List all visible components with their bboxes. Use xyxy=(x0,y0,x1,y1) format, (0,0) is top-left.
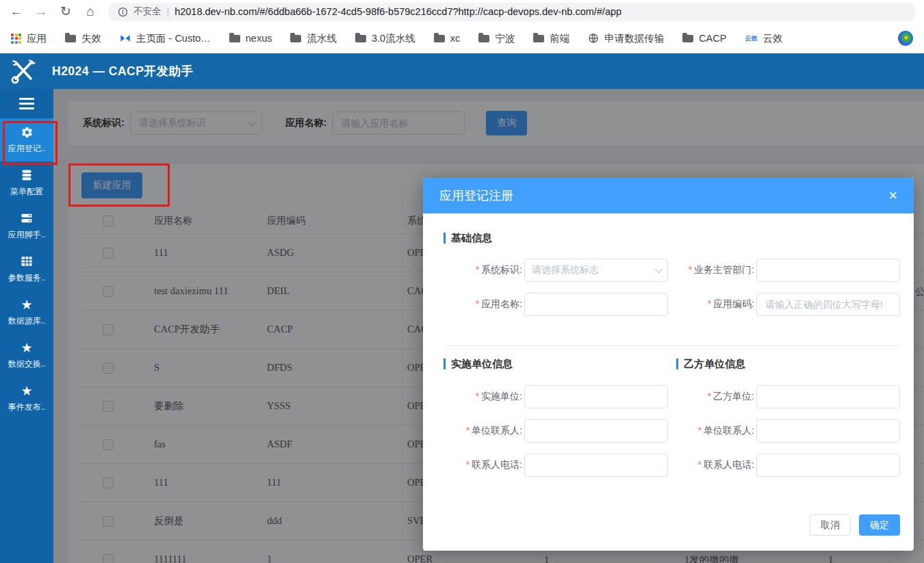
bookmark-label: 流水线 xyxy=(307,32,337,45)
bookmark-folder[interactable]: 3.0流水线 xyxy=(355,32,415,45)
bookmark-label: 宁波 xyxy=(495,32,515,45)
field-app-name: *应用名称: xyxy=(435,293,668,316)
sidebar-item-param-service[interactable]: 参数服务.. xyxy=(0,248,53,291)
impl-phone-input[interactable] xyxy=(524,454,668,477)
sidebar-item-menu-config[interactable]: 菜单配置 xyxy=(0,161,53,205)
required-asterisk: * xyxy=(476,391,479,402)
bookmark-data-transfer[interactable]: 申请数据传输 xyxy=(588,32,664,45)
sidebar-item-datasource[interactable]: ★ 数据源库.. xyxy=(0,291,53,334)
impl-unit-label: *实施单位: xyxy=(435,391,522,403)
bookmark-folder[interactable]: 流水线 xyxy=(290,32,337,45)
app-register-modal: 应用登记注册 × 基础信息 *系统标识: 请选择系统标志 *业务主管部门: *应… xyxy=(423,178,914,551)
impl-unit-input[interactable] xyxy=(524,385,668,408)
field-impl-unit: *实施单位: xyxy=(435,385,668,408)
gear-icon xyxy=(21,125,34,139)
star-icon: ★ xyxy=(21,298,32,311)
folder-icon xyxy=(682,35,693,42)
folder-icon xyxy=(533,35,544,42)
url-separator: | xyxy=(167,6,170,17)
server-icon xyxy=(20,211,34,225)
bookmark-label: 云效 xyxy=(762,32,782,45)
main-content: 系统标识: 请选择系统标识 应用名称: 查询 新建应用 应用名称 应用编码 系统… xyxy=(53,89,924,563)
reload-icon[interactable]: ↻ xyxy=(55,0,77,23)
bookmark-label: 失效 xyxy=(81,32,101,45)
folder-icon xyxy=(290,35,301,42)
confirm-button[interactable]: 确定 xyxy=(859,514,900,536)
app-logo-icon xyxy=(8,56,38,86)
sidebar-item-label: 应用登记.. xyxy=(8,143,46,155)
bookmark-folder[interactable]: CACP xyxy=(682,33,726,44)
info-icon[interactable] xyxy=(118,7,128,17)
bookmark-folder[interactable]: nexus xyxy=(229,33,272,44)
bookmark-folder[interactable]: xc xyxy=(434,33,461,44)
field-system-id: *系统标识: 请选择系统标志 xyxy=(435,259,668,282)
b-unit-label: *乙方单位: xyxy=(668,391,754,403)
back-icon[interactable]: ← xyxy=(5,0,27,23)
section-title-impl: 实施单位信息 xyxy=(444,358,513,369)
hamburger-menu-icon[interactable] xyxy=(19,98,34,109)
field-b-contact: *单位联系人: xyxy=(668,419,900,443)
required-asterisk: * xyxy=(698,425,702,436)
b-phone-input[interactable] xyxy=(756,454,900,477)
url-text[interactable]: h2018.dev-nb.com/#/6ddba66b-1672-4cd5-98… xyxy=(175,6,621,17)
folder-icon xyxy=(355,35,366,42)
section-title-basic: 基础信息 xyxy=(444,233,492,244)
page-title: H2024 — CACP开发助手 xyxy=(52,63,193,79)
bookmark-confluence[interactable]: 主页面 - Custo… xyxy=(120,32,211,45)
required-asterisk: * xyxy=(476,264,479,275)
bookmark-label: nexus xyxy=(246,33,272,44)
sidebar-item-app-register[interactable]: 应用登记.. xyxy=(0,118,53,161)
bookmark-yunxiao[interactable]: 云效云效 xyxy=(745,32,782,45)
bookmark-label: 前端 xyxy=(550,32,569,45)
close-icon[interactable]: × xyxy=(888,188,897,203)
sidebar-item-label: 应用脚手.. xyxy=(8,229,46,241)
bookmark-folder[interactable]: 失效 xyxy=(65,32,101,45)
sidebar-item-label: 菜单配置 xyxy=(10,186,43,198)
required-asterisk: * xyxy=(466,459,470,470)
folder-icon xyxy=(434,35,445,42)
b-phone-label: *联系人电话: xyxy=(668,459,754,471)
dept-input[interactable] xyxy=(756,259,900,282)
sidebar-item-scaffold[interactable]: 应用脚手.. xyxy=(0,205,53,248)
confluence-icon xyxy=(120,33,131,44)
app-header: H2024 — CACP开发助手 xyxy=(0,53,924,89)
apps-grid-icon xyxy=(11,34,21,44)
app-code-input[interactable] xyxy=(756,293,900,316)
browser-toolbar: ← → ↻ ⌂ 不安全 | h2018.dev-nb.com/#/6ddba66… xyxy=(0,0,924,23)
globe-icon xyxy=(588,33,599,44)
app-name-label: *应用名称: xyxy=(435,298,522,311)
b-unit-input[interactable] xyxy=(756,385,900,408)
b-contact-input[interactable] xyxy=(756,419,900,443)
security-label: 不安全 xyxy=(133,5,162,18)
sidebar-item-label: 参数服务.. xyxy=(8,272,46,284)
sidebar-item-event-publish[interactable]: ★ 事件发布.. xyxy=(0,377,53,420)
yunxiao-icon: 云效 xyxy=(745,34,757,43)
sidebar-item-label: 数据源库.. xyxy=(8,315,46,327)
bookmark-label: xc xyxy=(450,33,461,44)
forward-icon[interactable]: → xyxy=(30,0,52,23)
system-id-select[interactable]: 请选择系统标志 xyxy=(524,259,668,282)
bookmark-folder[interactable]: 宁波 xyxy=(478,32,515,45)
url-bar[interactable]: 不安全 | h2018.dev-nb.com/#/6ddba66b-1672-4… xyxy=(108,3,916,21)
profile-avatar[interactable] xyxy=(898,31,913,46)
modal-footer: 取消 确定 xyxy=(810,514,900,536)
folder-icon xyxy=(229,35,240,42)
folder-icon xyxy=(65,35,76,42)
star-icon: ★ xyxy=(21,384,32,397)
required-asterisk: * xyxy=(689,264,692,275)
app-name-input[interactable] xyxy=(524,293,668,316)
impl-contact-label: *单位联系人: xyxy=(435,425,522,437)
bookmark-apps[interactable]: 应用 xyxy=(11,32,47,45)
select-placeholder: 请选择系统标志 xyxy=(532,264,599,276)
section-title-party-b: 乙方单位信息 xyxy=(676,358,745,369)
field-impl-phone: *联系人电话: xyxy=(435,454,668,477)
bookmark-folder[interactable]: 前端 xyxy=(533,32,569,45)
impl-contact-input[interactable] xyxy=(524,419,668,443)
bookmark-label: 3.0流水线 xyxy=(372,32,415,45)
table-icon xyxy=(20,254,34,268)
home-icon[interactable]: ⌂ xyxy=(79,0,101,23)
cancel-button[interactable]: 取消 xyxy=(810,514,851,536)
sidebar-item-data-exchange[interactable]: ★ 数据交换.. xyxy=(0,334,53,377)
required-asterisk: * xyxy=(698,459,702,470)
bookmark-label: 申请数据传输 xyxy=(604,32,664,45)
